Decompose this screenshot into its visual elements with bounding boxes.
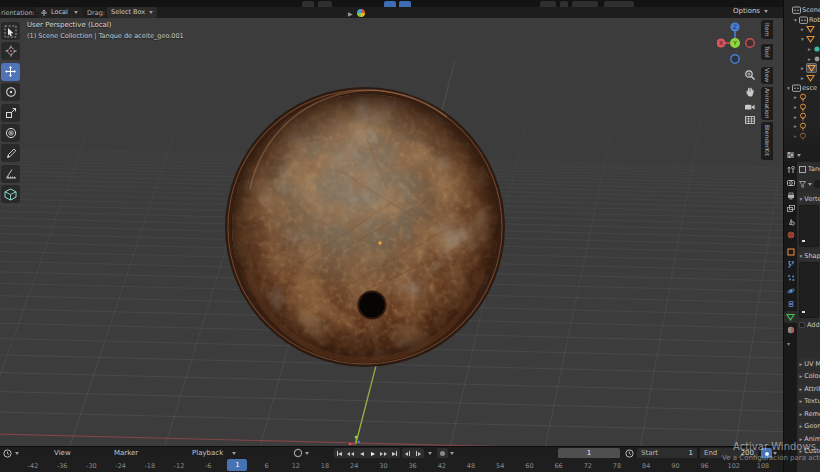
properties-tab-object[interactable] — [784, 246, 797, 258]
add-checkbox[interactable] — [799, 322, 805, 328]
preview-range-clock-icon[interactable] — [625, 449, 634, 458]
expand-chevron-icon[interactable]: ▾ — [793, 17, 798, 23]
gizmo-z-neg-axis[interactable] — [731, 55, 739, 63]
sync-dropdown[interactable] — [293, 448, 309, 458]
start-label: Start — [641, 450, 658, 457]
timeline-editor-type[interactable] — [3, 449, 19, 458]
tool-transform[interactable] — [1, 124, 20, 142]
panel-header-vertex-groups[interactable]: ▾Vertex Groups — [798, 193, 820, 204]
vertex-groups-list[interactable] — [799, 205, 819, 247]
properties-tab-constraints[interactable] — [784, 298, 797, 310]
collapsed-panel-uv-maps[interactable]: ▸UV Maps — [798, 358, 820, 369]
start-value: 1 — [689, 450, 693, 457]
properties-tab-physics[interactable] — [784, 285, 797, 297]
shape-keys-list[interactable] — [799, 262, 819, 318]
outliner-row[interactable]: ▾esce — [784, 83, 820, 93]
collapse-chevron-icon[interactable]: ▸ — [800, 75, 805, 81]
outliner-row[interactable]: ▸ — [784, 63, 820, 73]
timeline-ruler[interactable]: -42-36-30-24-18-12-616121824303642485460… — [0, 458, 783, 472]
shading-ball-icon[interactable] — [357, 9, 365, 17]
outliner-row[interactable]: ▸ — [784, 44, 820, 54]
camera-button[interactable] — [743, 100, 757, 114]
blender-window: rientation: Local Drag: Select Box ▶ Opt… — [0, 0, 820, 472]
outliner-row[interactable]: ▸ — [784, 73, 820, 83]
collapse-chevron-icon[interactable]: ▸ — [793, 104, 798, 110]
side-tab-blenderkit[interactable]: BlenderKit — [761, 122, 773, 160]
timeline-menu-marker[interactable]: Marker — [114, 449, 138, 457]
tool-cursor[interactable] — [1, 42, 20, 60]
tool-annotate[interactable] — [1, 144, 20, 162]
outliner-row[interactable]: ▾Rob — [784, 15, 820, 25]
drag-dropdown[interactable]: Select Box — [107, 7, 157, 18]
hand-button[interactable] — [743, 85, 757, 99]
side-tab-view[interactable]: View — [761, 67, 773, 84]
properties-tabs-more-chevron[interactable]: ▾ — [787, 340, 790, 347]
viewport-3d[interactable]: User Perspective (Local) (1) Scene Colle… — [0, 18, 783, 446]
gizmo-x-neg-axis[interactable] — [746, 39, 754, 47]
side-tab-item[interactable]: Item — [761, 20, 773, 39]
properties-editor-icon — [786, 151, 795, 159]
properties-tab-scene[interactable] — [784, 216, 797, 228]
collapse-chevron-icon[interactable]: ▸ — [793, 94, 798, 100]
properties-tab-material[interactable] — [784, 324, 797, 336]
panel-header-shape-keys[interactable]: ▾Shape Keys — [798, 250, 820, 261]
outliner-row[interactable]: ▸ — [784, 24, 820, 34]
ruler-label: -6 — [205, 462, 211, 470]
navigation-gizmo[interactable]: Z X Y — [717, 21, 755, 65]
search-input[interactable] — [814, 180, 820, 188]
header-expand-chevron[interactable]: ▶ — [348, 10, 353, 17]
tool-scale[interactable] — [1, 104, 20, 122]
timeline-menu-view[interactable]: View — [54, 449, 71, 457]
properties-tab-particles[interactable] — [784, 272, 797, 284]
collapse-chevron-icon[interactable]: ▸ — [800, 26, 805, 32]
collapse-chevron-icon[interactable]: ▸ — [800, 65, 805, 71]
outliner-row[interactable]: ▸ — [784, 92, 820, 102]
filter-row — [799, 180, 820, 188]
drag-value: Select Box — [111, 9, 145, 16]
filter-funnel-icon[interactable] — [799, 181, 806, 188]
outliner-row[interactable]: ▸ — [784, 54, 820, 64]
tool-measure[interactable] — [1, 165, 20, 183]
expand-chevron-icon[interactable]: ▾ — [800, 36, 805, 42]
properties-tab-tool[interactable] — [784, 164, 797, 176]
tool-move[interactable] — [1, 63, 20, 81]
outliner-row[interactable]: ▾ — [784, 34, 820, 44]
view-perspective-label: User Perspective (Local) — [27, 22, 112, 29]
tool-add-cube[interactable] — [1, 185, 20, 203]
add-rest-position-row[interactable]: Add — [799, 322, 820, 329]
tool-rotate[interactable] — [1, 83, 20, 101]
properties-tab-output[interactable] — [784, 190, 797, 202]
expand-chevron-icon[interactable]: ▾ — [786, 85, 791, 91]
tool-select-box[interactable] — [1, 22, 20, 40]
outliner-row[interactable]: ▸ — [784, 102, 820, 112]
zoom-button[interactable] — [743, 68, 757, 82]
orientation-dropdown[interactable]: Local — [36, 7, 82, 18]
properties-tab-object-data[interactable] — [784, 311, 797, 323]
outliner-row[interactable]: ▸ — [784, 112, 820, 122]
scale-icon — [5, 107, 17, 119]
collapsed-panel-geometry-data[interactable]: ▸Geometry Data — [798, 421, 820, 432]
collapse-chevron-icon[interactable]: ▸ — [807, 46, 812, 52]
side-tab-tool[interactable]: Tool — [761, 44, 773, 60]
properties-tab-world[interactable] — [784, 229, 797, 241]
collapsed-panel-colour-attributes[interactable]: ▸Colour Attributes — [798, 371, 820, 382]
side-tab-animation[interactable]: Animation — [761, 87, 773, 120]
object-icon — [799, 166, 806, 173]
current-frame-badge[interactable]: 1 — [227, 459, 247, 471]
collapsed-panel-texture-space[interactable]: ▸Texture Space — [798, 396, 820, 407]
collapsed-panel-attributes[interactable]: ▸Attributes — [798, 383, 820, 394]
options-dropdown[interactable]: Options — [733, 8, 768, 15]
chevron-down-icon — [305, 452, 309, 455]
collapse-chevron-icon[interactable]: ▸ — [793, 114, 798, 120]
properties-tab-render[interactable] — [784, 177, 797, 189]
collapsed-panel-remesh[interactable]: ▸Remesh — [798, 408, 820, 419]
properties-tab-view-layer[interactable] — [784, 203, 797, 215]
properties-tab-modifiers[interactable] — [784, 259, 797, 271]
properties-header[interactable] — [784, 148, 820, 162]
ruler-label: 18 — [321, 462, 329, 470]
oil-tank-object[interactable] — [217, 79, 513, 375]
timeline-menu-playback[interactable]: Playback — [192, 449, 223, 457]
ortho-grid-button[interactable] — [743, 113, 757, 127]
outliner-row[interactable]: Scene Collection — [784, 5, 820, 15]
collapse-chevron-icon[interactable]: ▸ — [807, 56, 812, 62]
